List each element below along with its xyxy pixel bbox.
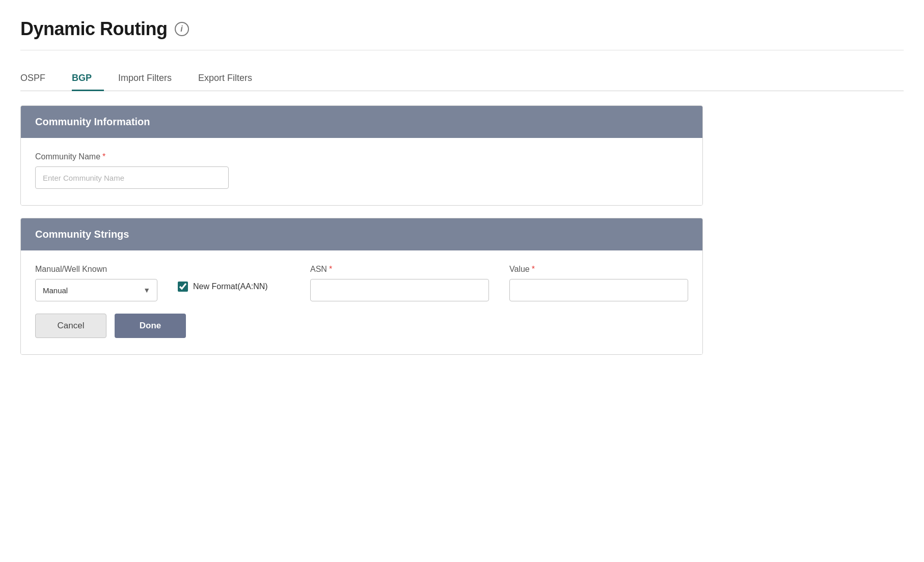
manual-well-known-label: Manual/Well Known (35, 265, 157, 274)
asn-input[interactable] (310, 279, 489, 301)
community-strings-title: Community Strings (35, 229, 129, 240)
cancel-button[interactable]: Cancel (35, 314, 106, 338)
tab-bgp[interactable]: BGP (72, 67, 104, 91)
manual-well-known-select[interactable]: Manual Well Known (35, 279, 157, 301)
community-name-field-group: Community Name * (35, 152, 688, 189)
new-format-label[interactable]: New Format(AA:NN) (193, 282, 268, 291)
page-header: Dynamic Routing i (20, 18, 904, 50)
manual-well-known-field-group: Manual/Well Known Manual Well Known ▼ (35, 265, 157, 301)
community-name-label: Community Name * (35, 152, 688, 161)
community-information-card: Community Information Community Name * (20, 105, 703, 206)
new-format-checkbox-wrapper: New Format(AA:NN) (178, 282, 268, 292)
value-field-group: Value * (509, 265, 688, 301)
tab-ospf[interactable]: OSPF (20, 67, 58, 91)
community-name-required-star: * (102, 152, 105, 161)
content-area: Community Information Community Name * C… (20, 105, 703, 355)
community-strings-card: Community Strings Manual/Well Known Manu… (20, 218, 703, 355)
manual-select-wrapper: Manual Well Known ▼ (35, 279, 157, 301)
tab-import-filters[interactable]: Import Filters (118, 67, 184, 91)
community-strings-header: Community Strings (21, 218, 702, 250)
new-format-group: New Format(AA:NN) (178, 282, 290, 292)
buttons-row: Cancel Done (35, 314, 688, 338)
community-name-input[interactable] (35, 166, 229, 189)
tabs-container: OSPF BGP Import Filters Export Filters (20, 67, 904, 91)
value-required-star: * (532, 265, 535, 274)
asn-label: ASN * (310, 265, 489, 274)
value-input[interactable] (509, 279, 688, 301)
done-button[interactable]: Done (115, 314, 186, 338)
page-container: Dynamic Routing i OSPF BGP Import Filter… (0, 0, 924, 387)
community-information-header: Community Information (21, 106, 702, 138)
asn-field-group: ASN * (310, 265, 489, 301)
community-information-body: Community Name * (21, 138, 702, 205)
page-title: Dynamic Routing (20, 18, 168, 40)
value-label: Value * (509, 265, 688, 274)
community-strings-body: Manual/Well Known Manual Well Known ▼ (21, 250, 702, 354)
info-icon[interactable]: i (175, 22, 189, 36)
community-strings-fields-row: Manual/Well Known Manual Well Known ▼ (35, 265, 688, 301)
community-information-title: Community Information (35, 116, 150, 127)
tab-export-filters[interactable]: Export Filters (198, 67, 264, 91)
new-format-checkbox[interactable] (178, 282, 188, 292)
asn-required-star: * (329, 265, 332, 274)
